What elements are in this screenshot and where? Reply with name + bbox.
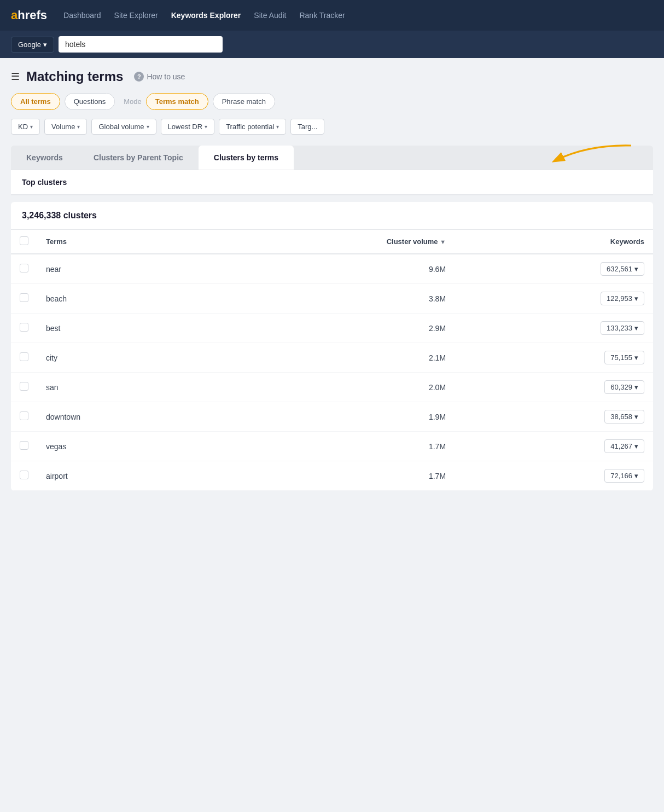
- row-volume-5: 1.9M: [206, 402, 455, 432]
- row-checkbox-3[interactable]: [20, 352, 28, 361]
- row-term-1: beach: [37, 284, 206, 314]
- row-keywords-3: 75,155 ▾: [455, 343, 653, 373]
- row-keywords-0: 632,561 ▾: [455, 254, 653, 284]
- table-body: near 9.6M 632,561 ▾ beach 3.8M 122,953 ▾: [11, 254, 653, 491]
- chevron-down-icon: ▾: [634, 353, 638, 362]
- keywords-dropdown-btn-3[interactable]: 75,155 ▾: [604, 351, 644, 364]
- row-checkbox-cell: [11, 402, 37, 432]
- keywords-dropdown-btn-2[interactable]: 133,233 ▾: [601, 321, 644, 335]
- tab-all-terms[interactable]: All terms: [11, 93, 60, 110]
- filter-volume[interactable]: Volume ▾: [44, 119, 87, 135]
- results-count: 3,246,338 clusters: [11, 202, 653, 230]
- table-row: city 2.1M 75,155 ▾: [11, 343, 653, 373]
- row-checkbox-7[interactable]: [20, 471, 28, 479]
- clusters-table: Terms Cluster volume ▼ Keywords near 9.6…: [11, 230, 653, 491]
- search-engine-selector[interactable]: Google ▾: [11, 37, 54, 53]
- chevron-down-icon: ▾: [634, 442, 638, 450]
- how-to-use-link[interactable]: ? How to use: [134, 72, 185, 82]
- table-header-row: Terms Cluster volume ▼ Keywords: [11, 230, 653, 254]
- row-checkbox-cell: [11, 343, 37, 373]
- navbar: ahrefs Dashboard Site Explorer Keywords …: [0, 0, 664, 31]
- main-tabs-container: Keywords Clusters by Parent Topic Cluste…: [11, 146, 653, 170]
- keywords-dropdown-btn-7[interactable]: 72,166 ▾: [604, 469, 644, 483]
- chevron-down-icon: ▾: [634, 294, 638, 303]
- row-checkbox-5[interactable]: [20, 411, 28, 420]
- select-all-checkbox[interactable]: [20, 236, 28, 245]
- tab-terms-match[interactable]: Terms match: [146, 93, 208, 110]
- row-checkbox-cell: [11, 314, 37, 343]
- keywords-dropdown-btn-0[interactable]: 632,561 ▾: [601, 262, 644, 276]
- row-keywords-4: 60,329 ▾: [455, 373, 653, 402]
- nav-keywords-explorer[interactable]: Keywords Explorer: [171, 11, 241, 20]
- chevron-down-icon: ▾: [634, 413, 638, 421]
- chevron-down-icon: ▾: [634, 472, 638, 480]
- row-term-2: best: [37, 314, 206, 343]
- top-clusters-bar: Top clusters: [11, 170, 653, 195]
- row-volume-4: 2.0M: [206, 373, 455, 402]
- row-keywords-6: 41,267 ▾: [455, 432, 653, 461]
- row-term-7: airport: [37, 461, 206, 491]
- filter-targ[interactable]: Targ...: [290, 119, 324, 135]
- table-row: airport 1.7M 72,166 ▾: [11, 461, 653, 491]
- filter-volume-label: Volume: [51, 123, 75, 131]
- row-checkbox-2[interactable]: [20, 323, 28, 332]
- tab-questions[interactable]: Questions: [65, 93, 115, 110]
- tab-keywords[interactable]: Keywords: [11, 146, 78, 170]
- row-checkbox-1[interactable]: [20, 293, 28, 302]
- row-checkbox-4[interactable]: [20, 382, 28, 391]
- th-cluster-volume-label: Cluster volume: [387, 237, 438, 246]
- chevron-down-icon: ▾: [147, 124, 149, 130]
- logo[interactable]: ahrefs: [11, 8, 47, 22]
- row-keywords-1: 122,953 ▾: [455, 284, 653, 314]
- menu-icon[interactable]: ☰: [11, 71, 20, 83]
- nav-site-audit[interactable]: Site Audit: [254, 11, 286, 20]
- page-content: ☰ Matching terms ? How to use All terms …: [0, 58, 664, 502]
- th-terms: Terms: [37, 230, 206, 254]
- chevron-down-icon: ▾: [634, 383, 638, 391]
- tab-clusters-by-terms[interactable]: Clusters by terms: [199, 146, 294, 170]
- sort-desc-icon: ▼: [440, 239, 446, 245]
- row-keywords-2: 133,233 ▾: [455, 314, 653, 343]
- tab-phrase-match[interactable]: Phrase match: [213, 93, 275, 110]
- nav-dashboard[interactable]: Dashboard: [63, 11, 101, 20]
- filter-kd[interactable]: KD ▾: [11, 119, 40, 135]
- row-checkbox-cell: [11, 254, 37, 284]
- nav-site-explorer[interactable]: Site Explorer: [114, 11, 158, 20]
- row-keywords-7: 72,166 ▾: [455, 461, 653, 491]
- table-row: beach 3.8M 122,953 ▾: [11, 284, 653, 314]
- row-checkbox-0[interactable]: [20, 264, 28, 272]
- row-checkbox-cell: [11, 432, 37, 461]
- chevron-down-icon: ▾: [205, 124, 207, 130]
- keywords-dropdown-btn-4[interactable]: 60,329 ▾: [604, 380, 644, 394]
- filter-tabs-row: All terms Questions Mode Terms match Phr…: [11, 93, 653, 110]
- filter-lowest-dr-label: Lowest DR: [168, 123, 203, 131]
- chevron-down-icon: ▾: [634, 265, 638, 273]
- row-term-6: vegas: [37, 432, 206, 461]
- tab-clusters-parent-topic[interactable]: Clusters by Parent Topic: [78, 146, 199, 170]
- filter-global-volume[interactable]: Global volume ▾: [91, 119, 156, 135]
- keywords-dropdown-btn-1[interactable]: 122,953 ▾: [601, 292, 644, 305]
- chevron-down-icon: ▾: [276, 124, 279, 130]
- table-row: vegas 1.7M 41,267 ▾: [11, 432, 653, 461]
- search-input[interactable]: [59, 36, 223, 53]
- filter-traffic-potential[interactable]: Traffic potential ▾: [219, 119, 286, 135]
- th-keywords: Keywords: [455, 230, 653, 254]
- page-header: ☰ Matching terms ? How to use: [11, 69, 653, 84]
- filter-kd-label: KD: [18, 123, 28, 131]
- mode-label: Mode: [124, 97, 142, 106]
- row-term-0: near: [37, 254, 206, 284]
- nav-rank-tracker[interactable]: Rank Tracker: [299, 11, 345, 20]
- keywords-dropdown-btn-5[interactable]: 38,658 ▾: [604, 410, 644, 424]
- help-icon: ?: [134, 72, 144, 82]
- th-cluster-volume[interactable]: Cluster volume ▼: [206, 230, 455, 254]
- row-checkbox-cell: [11, 461, 37, 491]
- filter-global-volume-label: Global volume: [98, 123, 144, 131]
- row-checkbox-6[interactable]: [20, 441, 28, 450]
- keywords-dropdown-btn-6[interactable]: 41,267 ▾: [604, 439, 644, 453]
- row-volume-0: 9.6M: [206, 254, 455, 284]
- search-bar: Google ▾: [0, 31, 664, 58]
- chevron-down-icon: ▾: [30, 124, 33, 130]
- row-term-3: city: [37, 343, 206, 373]
- row-term-4: san: [37, 373, 206, 402]
- filter-lowest-dr[interactable]: Lowest DR ▾: [161, 119, 215, 135]
